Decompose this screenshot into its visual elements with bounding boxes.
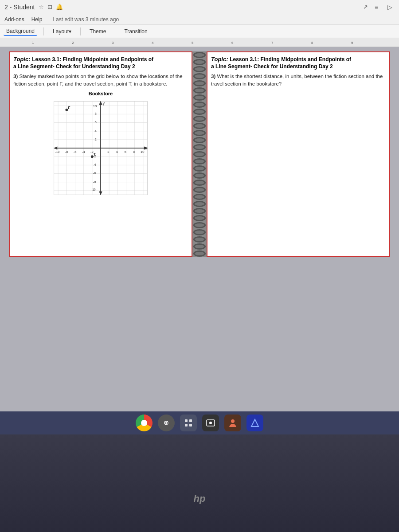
right-question-num: 3) [211, 74, 215, 79]
svg-rect-58 [185, 419, 188, 422]
taskbar [0, 411, 399, 434]
comments-icon[interactable]: ≡ [372, 2, 381, 12]
svg-text:F: F [68, 106, 70, 110]
spiral-ring-24 [193, 215, 206, 221]
toolbar: Background Layout▾ Theme Transition [0, 25, 399, 38]
star-icon[interactable]: ☆ [39, 4, 44, 10]
left-topic-header: Topic: Lesson 3.1: Finding Midpoints and… [13, 56, 188, 70]
spiral-ring-4 [193, 73, 206, 79]
spiral-ring-14 [193, 144, 206, 150]
person-icon [228, 418, 238, 428]
right-topic-text: Lesson 3.1: Finding Midpoints and Endpoi… [230, 56, 351, 63]
spiral-ring-8 [193, 102, 206, 108]
spiral-ring-20 [193, 187, 206, 193]
svg-text:-8: -8 [65, 150, 68, 154]
triangle-nav-icon [250, 418, 260, 428]
spiral-ring-26 [193, 229, 206, 235]
spiral-ring-17 [193, 165, 206, 172]
theme-button[interactable]: Theme [87, 27, 109, 35]
camera-taskbar-icon[interactable] [158, 415, 175, 431]
svg-text:2: 2 [95, 137, 97, 141]
svg-text:4: 4 [95, 129, 97, 133]
apps-taskbar-icon[interactable] [180, 415, 197, 431]
svg-text:10: 10 [141, 150, 145, 154]
menu-help[interactable]: Help [31, 16, 43, 23]
bookstore-graph: y x -2 -4 -6 -8 -10 2 4 6 8 10 [50, 97, 152, 199]
divider3 [115, 27, 115, 35]
left-topic-subtext: a Line Segment- Check for Understanding … [13, 63, 135, 70]
chromeos-icon[interactable] [136, 415, 153, 431]
laptop-body: hp [0, 434, 399, 532]
left-question: 3) Stanley marked two points on the grid… [13, 73, 188, 87]
svg-text:8: 8 [133, 150, 135, 154]
menu-addons[interactable]: Add-ons [4, 16, 24, 23]
spiral-ring-29 [193, 250, 206, 257]
spiral-ring-21 [193, 194, 206, 200]
spiral-binding [192, 51, 207, 257]
spiral-ring-23 [193, 208, 206, 214]
svg-rect-56 [164, 421, 168, 422]
svg-point-57 [165, 422, 167, 424]
main-content: Topic: Lesson 3.1: Finding Midpoints and… [0, 47, 399, 434]
spiral-ring-12 [193, 130, 206, 136]
svg-text:-10: -10 [55, 150, 59, 153]
title-bar: 2 - Student ☆ ⊡ 🔔 ↗ ≡ ▷ [0, 0, 399, 14]
svg-text:4: 4 [116, 150, 118, 154]
svg-text:8: 8 [95, 112, 97, 116]
svg-rect-61 [189, 424, 192, 426]
divider [43, 27, 44, 35]
spiral-ring-1 [193, 52, 206, 58]
background-button[interactable]: Background [4, 27, 37, 36]
right-topic-label: Topic: [211, 56, 230, 63]
screenshot-taskbar-icon[interactable] [202, 415, 219, 431]
notification-icon[interactable]: 🔔 [56, 4, 63, 10]
svg-text:6: 6 [95, 120, 97, 124]
svg-text:x: x [145, 146, 148, 150]
spiral-ring-5 [193, 80, 206, 86]
svg-rect-60 [185, 424, 188, 426]
svg-text:-4: -4 [93, 163, 97, 167]
spiral-ring-15 [193, 151, 206, 157]
graph-wrapper: Bookstore [13, 91, 188, 199]
transition-button[interactable]: Transition [121, 27, 150, 35]
present-button[interactable]: ▷ [385, 2, 395, 12]
svg-text:y: y [103, 101, 105, 106]
spiral-ring-11 [193, 123, 206, 129]
svg-text:T: T [94, 152, 96, 156]
person-taskbar-icon[interactable] [224, 415, 241, 431]
svg-text:-8: -8 [93, 180, 96, 184]
graph-icon[interactable]: ↗ [363, 4, 368, 10]
document-title: 2 - Student [4, 4, 35, 11]
title-bar-left: 2 - Student ☆ ⊡ 🔔 [4, 4, 63, 11]
menu-bar: Add-ons Help Last edit was 3 minutes ago [0, 14, 399, 25]
divider2 [80, 27, 81, 35]
last-edit-text: Last edit was 3 minutes ago [53, 16, 119, 23]
left-topic-text: Lesson 3.1: Finding Midpoints and Endpoi… [32, 56, 153, 63]
right-topic-subtext: a Line Segment- Check for Understanding … [211, 63, 333, 70]
hp-logo: hp [188, 492, 211, 505]
svg-text:2: 2 [107, 150, 109, 154]
spiral-ring-25 [193, 222, 206, 228]
spiral-ring-3 [193, 66, 206, 72]
spiral-ring-18 [193, 172, 206, 179]
left-topic-label: Topic: [13, 56, 32, 63]
svg-marker-65 [251, 419, 258, 426]
svg-text:-6: -6 [74, 150, 77, 154]
screenshot-icon [206, 418, 215, 428]
right-question: 3) What is the shortest distance, in uni… [211, 73, 386, 87]
layout-button[interactable]: Layout▾ [50, 27, 74, 35]
spiral-ring-6 [193, 87, 206, 94]
graph-title: Bookstore [89, 91, 113, 96]
spiral-ring-9 [193, 109, 206, 115]
left-page: Topic: Lesson 3.1: Finding Midpoints and… [9, 51, 192, 257]
svg-text:-4: -4 [82, 150, 86, 154]
window-controls: ↗ ≡ ▷ [363, 2, 395, 12]
svg-rect-59 [189, 419, 192, 422]
present-icon[interactable]: ⊡ [47, 4, 52, 10]
left-question-num: 3) [13, 74, 18, 79]
svg-text:6: 6 [125, 150, 126, 154]
spiral-ring-19 [193, 180, 206, 186]
nav-taskbar-icon[interactable] [246, 415, 263, 431]
slide-container: Topic: Lesson 3.1: Finding Midpoints and… [9, 51, 390, 257]
right-page: Topic: Lesson 3.1: Finding Midpoints and… [207, 51, 390, 257]
